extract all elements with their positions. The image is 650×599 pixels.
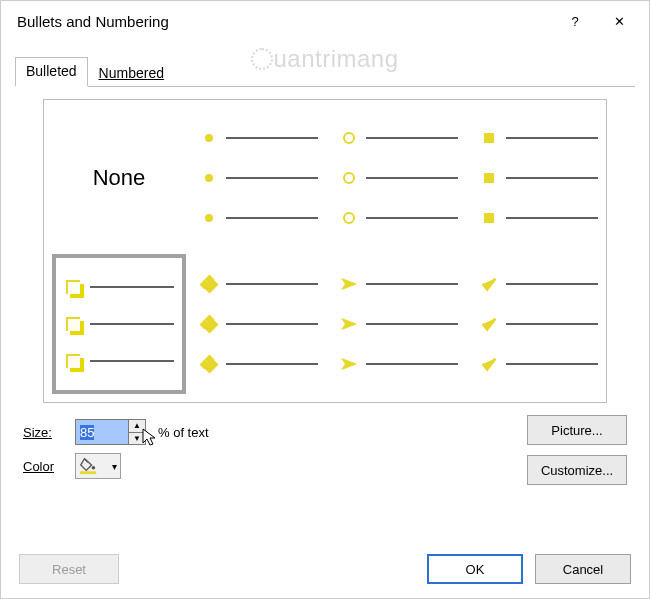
bullet-preview-line bbox=[200, 169, 318, 187]
tab-numbered-label: Numbered bbox=[99, 65, 164, 81]
bullet-options-grid: None bbox=[52, 108, 606, 394]
tab-numbered[interactable]: Numbered bbox=[88, 59, 175, 87]
filled-dot-icon bbox=[205, 174, 213, 182]
bullet-option-hollow-circle[interactable] bbox=[332, 108, 466, 248]
arrow-icon bbox=[340, 275, 358, 293]
help-button[interactable]: ? bbox=[553, 1, 597, 41]
hollow-3d-square-icon bbox=[66, 354, 80, 368]
help-icon: ? bbox=[571, 14, 578, 29]
ok-button[interactable]: OK bbox=[427, 554, 523, 584]
customize-button[interactable]: Customize... bbox=[527, 455, 627, 485]
window-title: Bullets and Numbering bbox=[17, 13, 553, 30]
filled-dot-icon bbox=[205, 134, 213, 142]
color-row: Color ▾ bbox=[23, 449, 519, 483]
hollow-3d-square-icon bbox=[66, 317, 80, 331]
bullet-preview-line bbox=[340, 209, 458, 227]
size-spinner[interactable]: ▲ ▼ bbox=[75, 419, 146, 445]
bullet-option-four-diamonds[interactable] bbox=[192, 254, 326, 394]
arrow-icon bbox=[340, 315, 358, 333]
size-suffix: % of text bbox=[158, 425, 209, 440]
filled-dot-icon bbox=[205, 214, 213, 222]
picture-button-label: Picture... bbox=[551, 423, 602, 438]
controls-area: Size: ▲ ▼ % of text Color bbox=[23, 415, 627, 485]
bullet-option-none[interactable]: None bbox=[52, 108, 186, 248]
bullet-preview-line bbox=[200, 209, 318, 227]
size-row: Size: ▲ ▼ % of text bbox=[23, 415, 519, 449]
bullet-preview-line bbox=[340, 355, 458, 373]
color-picker-button[interactable]: ▾ bbox=[75, 453, 121, 479]
bullet-preview-line bbox=[340, 315, 458, 333]
chevron-down-icon: ▾ bbox=[112, 461, 117, 472]
hollow-circle-icon bbox=[343, 132, 355, 144]
size-label: Size: bbox=[23, 425, 65, 440]
bullet-options-panel: None bbox=[43, 99, 607, 403]
close-button[interactable]: ✕ bbox=[597, 1, 641, 41]
bullet-preview-line bbox=[340, 129, 458, 147]
picture-button[interactable]: Picture... bbox=[527, 415, 627, 445]
hollow-circle-icon bbox=[343, 212, 355, 224]
dialog-footer: Reset OK Cancel bbox=[1, 540, 649, 598]
svg-point-0 bbox=[92, 465, 96, 469]
hollow-circle-icon bbox=[343, 172, 355, 184]
bullet-preview-line bbox=[200, 129, 318, 147]
tab-row: Bulleted Numbered bbox=[1, 59, 649, 87]
paint-bucket-icon bbox=[79, 456, 97, 477]
cancel-button[interactable]: Cancel bbox=[535, 554, 631, 584]
bullet-preview-line bbox=[64, 278, 174, 296]
title-bar: Bullets and Numbering ? ✕ bbox=[1, 1, 649, 41]
reset-button-label: Reset bbox=[52, 562, 86, 577]
four-diamonds-icon bbox=[201, 356, 217, 372]
filled-square-icon bbox=[484, 173, 494, 183]
tab-bulleted[interactable]: Bulleted bbox=[15, 57, 88, 87]
tab-bulleted-label: Bulleted bbox=[26, 63, 77, 79]
bullet-option-filled-square[interactable] bbox=[472, 108, 606, 248]
filled-square-icon bbox=[484, 133, 494, 143]
arrow-icon bbox=[340, 355, 358, 373]
bullet-preview-line bbox=[340, 169, 458, 187]
bullet-preview-line bbox=[480, 129, 598, 147]
checkmark-icon bbox=[480, 315, 498, 333]
bullet-option-checkmark[interactable] bbox=[472, 254, 606, 394]
bullet-preview-line bbox=[480, 275, 598, 293]
bullet-option-3d-square[interactable] bbox=[52, 254, 186, 394]
close-icon: ✕ bbox=[614, 14, 625, 29]
customize-button-label: Customize... bbox=[541, 463, 613, 478]
ok-button-label: OK bbox=[466, 562, 485, 577]
hollow-3d-square-icon bbox=[66, 280, 80, 294]
tab-underline bbox=[15, 86, 635, 87]
bullet-preview-line bbox=[340, 275, 458, 293]
size-input[interactable] bbox=[76, 420, 128, 444]
bullet-preview-line bbox=[200, 355, 318, 373]
bullet-preview-line bbox=[64, 315, 174, 333]
left-controls: Size: ▲ ▼ % of text Color bbox=[23, 415, 519, 483]
bullet-preview-line bbox=[64, 352, 174, 370]
size-spin-down[interactable]: ▼ bbox=[128, 432, 145, 445]
cancel-button-label: Cancel bbox=[563, 562, 603, 577]
bullet-preview-line bbox=[200, 315, 318, 333]
bullet-option-none-label: None bbox=[93, 165, 146, 191]
bullet-option-filled-dot[interactable] bbox=[192, 108, 326, 248]
color-label: Color bbox=[23, 459, 65, 474]
right-controls: Picture... Customize... bbox=[527, 415, 627, 485]
four-diamonds-icon bbox=[201, 316, 217, 332]
bullet-option-arrow[interactable] bbox=[332, 254, 466, 394]
size-spin-up[interactable]: ▲ bbox=[128, 420, 145, 432]
bullet-preview-line bbox=[480, 169, 598, 187]
filled-square-icon bbox=[484, 213, 494, 223]
bullet-preview-line bbox=[480, 315, 598, 333]
four-diamonds-icon bbox=[201, 276, 217, 292]
bullet-preview-line bbox=[200, 275, 318, 293]
bullet-preview-line bbox=[480, 209, 598, 227]
checkmark-icon bbox=[480, 275, 498, 293]
checkmark-icon bbox=[480, 355, 498, 373]
reset-button: Reset bbox=[19, 554, 119, 584]
svg-rect-1 bbox=[80, 471, 96, 474]
bullet-preview-line bbox=[480, 355, 598, 373]
